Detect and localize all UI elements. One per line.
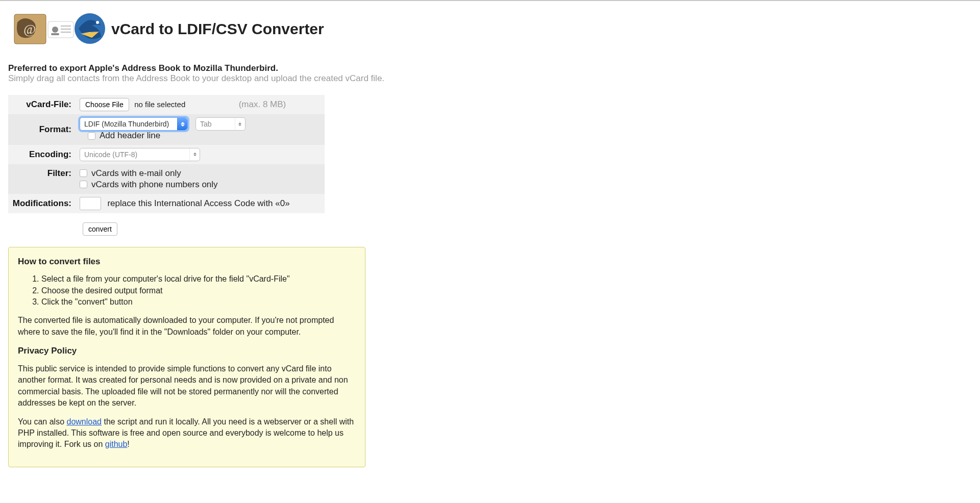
filter-phone-checkbox[interactable] [80, 181, 87, 188]
filter-label: Filter: [8, 164, 76, 194]
vcard-file-label: vCard-File: [8, 95, 76, 114]
intro-line-1: Preferred to export Apple's Address Book… [8, 63, 972, 73]
howto-steps: Select a file from your computer's local… [18, 273, 356, 308]
modifications-label: Modifications: [8, 194, 76, 213]
choose-file-button[interactable]: Choose File [80, 98, 129, 111]
filter-email-checkbox[interactable] [80, 169, 87, 177]
svg-rect-7 [61, 29, 71, 30]
format-select-value: LDIF (Mozilla Thunderbird) [84, 120, 177, 128]
privacy-paragraph-2: You can also download the script and run… [18, 416, 356, 450]
howto-step: Select a file from your computer's local… [41, 273, 356, 285]
header: @ vCard to LDIF/CSV Converter [8, 9, 972, 49]
download-note: The converted file is automatically down… [18, 315, 356, 338]
updown-icon [235, 118, 245, 130]
add-header-checkbox[interactable] [88, 132, 95, 140]
howto-heading: How to convert files [18, 256, 356, 268]
howto-step: Click the "convert" button [41, 296, 356, 308]
encoding-label: Encoding: [8, 145, 76, 164]
privacy-paragraph-1: This public service is intended to provi… [18, 363, 356, 409]
text-fragment: ! [127, 440, 129, 448]
delimiter-select[interactable]: Tab [195, 117, 246, 131]
format-label: Format: [8, 114, 76, 145]
svg-rect-8 [61, 32, 71, 33]
svg-rect-6 [61, 26, 71, 27]
encoding-select[interactable]: Unicode (UTF-8) [80, 148, 200, 161]
max-size-hint: (max. 8 MB) [239, 99, 286, 109]
updown-icon [177, 118, 187, 130]
format-select[interactable]: LDIF (Mozilla Thunderbird) [80, 117, 188, 131]
add-header-label: Add header line [100, 131, 160, 141]
text-fragment: You can also [18, 417, 66, 426]
github-link[interactable]: github [105, 440, 128, 448]
encoding-select-value: Unicode (UTF-8) [84, 150, 189, 159]
delimiter-select-value: Tab [200, 120, 235, 128]
convert-button[interactable]: convert [83, 222, 117, 236]
intro-line-2: Simply drag all contacts from the Addres… [8, 73, 972, 84]
svg-rect-5 [51, 33, 59, 35]
page-title: vCard to LDIF/CSV Converter [111, 20, 324, 38]
filter-email-label: vCards with e-mail only [91, 168, 181, 179]
file-status: no file selected [134, 100, 185, 109]
converter-form: vCard-File: Choose File no file selected… [8, 95, 325, 213]
info-box: How to convert files Select a file from … [8, 247, 365, 467]
svg-text:@: @ [23, 22, 36, 37]
howto-step: Choose the desired output format [41, 285, 356, 296]
svg-point-4 [52, 27, 58, 33]
logo-icon: @ [8, 9, 105, 49]
access-code-input[interactable] [80, 197, 101, 210]
svg-point-10 [96, 21, 99, 24]
updown-icon [189, 148, 200, 161]
privacy-heading: Privacy Policy [18, 345, 356, 357]
filter-phone-label: vCards with phone numbers only [91, 180, 218, 190]
replace-text: replace this International Access Code w… [107, 198, 289, 208]
download-link[interactable]: download [66, 417, 102, 426]
